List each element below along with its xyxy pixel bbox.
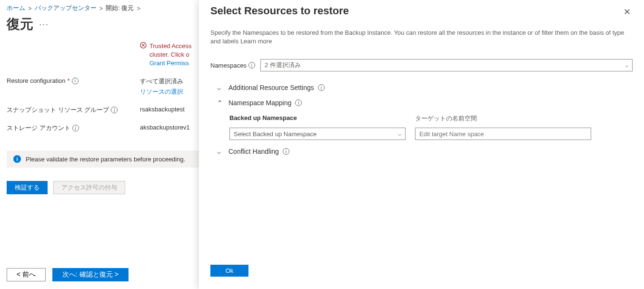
info-icon[interactable]: i bbox=[295, 100, 302, 106]
info-icon[interactable]: i bbox=[283, 148, 289, 155]
chevron-down-icon: ⌵ bbox=[217, 148, 225, 155]
backed-namespace-header: Backed up Namespace bbox=[229, 114, 406, 123]
error-line2: cluster. Click o bbox=[149, 51, 189, 58]
accordion3-label: Conflict Handling bbox=[228, 148, 279, 155]
title-menu-icon[interactable]: ··· bbox=[39, 20, 49, 30]
breadcrumb-sep: > bbox=[28, 5, 32, 12]
conflict-handling-header[interactable]: ⌵ Conflict Handling i bbox=[217, 144, 633, 159]
info-icon[interactable]: i bbox=[248, 62, 255, 69]
target-namespace-header: ターゲットの名前空間 bbox=[415, 114, 591, 123]
info-icon[interactable]: i bbox=[72, 78, 79, 84]
breadcrumb-sep: > bbox=[99, 5, 103, 12]
chevron-up-icon: ⌃ bbox=[217, 99, 225, 107]
chevron-down-icon: ⌵ bbox=[398, 130, 401, 137]
backed-namespace-placeholder: Select Backed up Namespace bbox=[234, 130, 317, 138]
previous-button[interactable]: < 前へ bbox=[7, 268, 46, 281]
banner-text: Please validate the restore parameters b… bbox=[26, 156, 185, 163]
accordion1-label: Additional Resource Settings bbox=[228, 84, 314, 91]
select-resources-panel: Select Resources to restore ✕ Specify th… bbox=[199, 0, 644, 289]
error-icon bbox=[140, 42, 147, 68]
chevron-down-icon: ⌵ bbox=[625, 62, 628, 69]
accordion2-label: Namespace Mapping bbox=[228, 99, 291, 107]
breadcrumb-sep: > bbox=[137, 5, 140, 12]
storage-account-label: ストレージ アカウント bbox=[7, 124, 70, 132]
snapshot-rg-label: スナップショット リソース グループ bbox=[7, 106, 109, 114]
error-line1: Trusted Access bbox=[149, 42, 191, 50]
namespaces-selected: 2 件選択済み bbox=[265, 61, 301, 70]
breadcrumb-current: 開始: 復元 bbox=[106, 4, 134, 12]
info-icon[interactable]: i bbox=[72, 125, 79, 131]
additional-resource-settings-header[interactable]: ⌵ Additional Resource Settings i bbox=[217, 80, 633, 95]
close-icon[interactable]: ✕ bbox=[622, 5, 633, 19]
breadcrumb-center[interactable]: バックアップセンター bbox=[35, 4, 97, 12]
namespace-mapping-body: Backed up Namespace ターゲットの名前空間 Select Ba… bbox=[217, 110, 633, 144]
namespaces-dropdown[interactable]: 2 件選択済み ⌵ bbox=[260, 59, 633, 71]
grant-permission-button: アクセス許可の付与 bbox=[53, 181, 125, 194]
validate-button[interactable]: 検証する bbox=[7, 181, 48, 194]
next-button[interactable]: 次へ: 確認と復元 > bbox=[52, 268, 129, 281]
resource-select-link[interactable]: リソースの選択 bbox=[140, 88, 183, 96]
backed-namespace-dropdown[interactable]: Select Backed up Namespace ⌵ bbox=[229, 128, 406, 140]
chevron-down-icon: ⌵ bbox=[217, 84, 225, 91]
target-namespace-input[interactable] bbox=[415, 128, 591, 140]
namespace-mapping-header[interactable]: ⌃ Namespace Mapping i bbox=[217, 95, 633, 110]
panel-title: Select Resources to restore bbox=[210, 5, 349, 17]
restore-config-label: Restore configuration bbox=[7, 77, 66, 84]
restore-config-value: すべて選択済み bbox=[140, 78, 183, 85]
info-icon[interactable]: i bbox=[111, 107, 118, 113]
panel-description: Specify the Namespaces to be restored fr… bbox=[210, 29, 633, 46]
required-star: * bbox=[68, 77, 70, 84]
namespaces-label: Namespaces bbox=[210, 62, 247, 69]
grant-permission-link[interactable]: Grant Permiss bbox=[149, 60, 189, 67]
storage-account-value: aksbackupstorev1 bbox=[140, 124, 190, 131]
page-title: 復元 bbox=[7, 15, 33, 33]
ok-button[interactable]: Ok bbox=[210, 265, 248, 277]
breadcrumb-home[interactable]: ホーム bbox=[7, 4, 25, 12]
info-icon[interactable]: i bbox=[318, 84, 325, 91]
info-icon: i bbox=[13, 155, 21, 163]
snapshot-rg-value: rsaksbackuptest bbox=[140, 106, 185, 113]
